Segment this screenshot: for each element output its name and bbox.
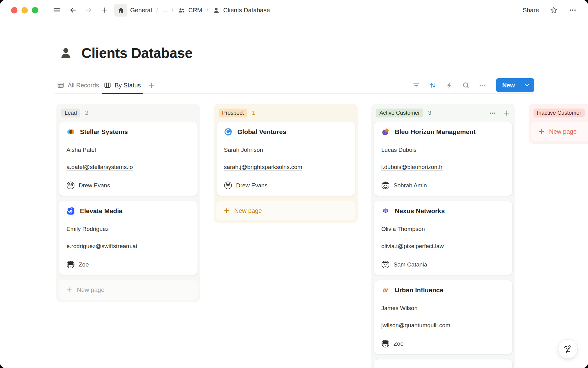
- person-icon: [213, 6, 220, 14]
- column-add-icon[interactable]: [502, 109, 510, 117]
- new-tab-icon[interactable]: [98, 4, 111, 17]
- breadcrumb-item-clients-database[interactable]: Clients Database: [213, 6, 270, 14]
- card-partial[interactable]: [374, 359, 513, 368]
- column-count: 2: [85, 110, 88, 116]
- email-link[interactable]: l.dubois@bleuhorizon.fr: [381, 164, 443, 170]
- new-page-button[interactable]: New page: [531, 122, 588, 141]
- owner-name: Sohrab Amin: [394, 182, 427, 189]
- forward-icon[interactable]: [82, 4, 95, 17]
- woman-long-hair-avatar: [381, 339, 390, 348]
- sort-icon[interactable]: [429, 81, 437, 90]
- people-icon: [178, 6, 185, 14]
- search-icon[interactable]: [462, 81, 470, 90]
- owner-row: Drew Evans: [224, 181, 348, 190]
- view-tabs-bar: All Records By Status New: [55, 77, 534, 94]
- card-global-ventures[interactable]: Global Ventures Sarah Johnson sarah.j@br…: [216, 122, 355, 196]
- back-icon[interactable]: [66, 4, 79, 17]
- contact-name: Lucas Dubois: [381, 147, 505, 153]
- orange-stripes-logo: [381, 286, 390, 294]
- column-count: 1: [252, 110, 255, 116]
- contact-name: Sarah Johnson: [224, 147, 348, 153]
- woman-long-hair-avatar: [66, 260, 75, 269]
- tab-all-records[interactable]: All Records: [55, 77, 101, 93]
- contact-name: James Wilson: [381, 305, 505, 312]
- blue-spiral-logo: [66, 207, 75, 215]
- column-inactive-customer: Inactive Customer New page: [529, 104, 588, 144]
- breadcrumb-separator: [172, 7, 173, 14]
- status-badge[interactable]: Lead: [61, 109, 80, 117]
- board-icon: [104, 82, 111, 89]
- assistant-face-button[interactable]: [558, 339, 578, 359]
- bolt-icon[interactable]: [445, 81, 454, 90]
- email-link[interactable]: olivia.t@pixelperfect.law: [381, 243, 444, 249]
- plus-icon: [538, 128, 545, 135]
- more-options-icon[interactable]: [568, 6, 577, 14]
- breadcrumb-item-general[interactable]: General: [130, 7, 152, 14]
- tab-by-status[interactable]: By Status: [101, 77, 143, 93]
- card-urban-influence[interactable]: Urban Influence James Wilson jwilson@qua…: [374, 280, 513, 354]
- email-link[interactable]: e.rodriguez@swiftstream.ai: [66, 243, 137, 249]
- contact-email: olivia.t@pixelperfect.law: [381, 242, 505, 251]
- column-lead: Lead 2 Stellar Systems Aisha Patel a.pat…: [56, 104, 200, 302]
- expand-window-button[interactable]: [32, 7, 38, 13]
- chevron-down-icon[interactable]: [520, 82, 534, 89]
- owner-name: Sam Catania: [394, 261, 427, 268]
- man-glasses-avatar: [224, 181, 232, 190]
- column-count: 3: [428, 110, 431, 116]
- contact-email: sarah.j@brightsparksolns.com: [224, 163, 348, 171]
- card-nexus-networks[interactable]: Nexus Networks Olivia Thompson olivia.t@…: [374, 201, 513, 275]
- contact-name: Olivia Thompson: [381, 226, 505, 232]
- favorite-star-icon[interactable]: [549, 6, 558, 14]
- breadcrumb-separator: [207, 7, 209, 14]
- view-more-icon[interactable]: [478, 81, 487, 90]
- contact-email: a.patel@stellarsystems.io: [66, 163, 190, 171]
- card-bleu-horizon-management[interactable]: Bleu Horizon Management Lucas Dubois l.d…: [374, 122, 513, 196]
- home-icon[interactable]: [114, 4, 127, 17]
- new-page-button[interactable]: New page: [59, 280, 198, 300]
- owner-name: Zoe: [394, 340, 404, 347]
- email-link[interactable]: jwilson@quantumquill.com: [381, 322, 450, 328]
- window-controls: [11, 7, 38, 13]
- plus-icon: [223, 207, 230, 214]
- face-icon: [562, 343, 574, 355]
- contact-name: Aisha Patel: [66, 147, 190, 153]
- app-window: General ... CRM Clients Database Share C…: [0, 0, 588, 368]
- column-prospect: Prospect 1 Global Ventures Sarah Johnson…: [214, 104, 358, 223]
- owner-name: Drew Evans: [236, 182, 267, 189]
- status-badge[interactable]: Prospect: [219, 109, 247, 117]
- owner-row: Zoe: [381, 339, 505, 348]
- page-person-icon[interactable]: [58, 45, 74, 61]
- owner-name: Zoe: [79, 261, 89, 268]
- column-header: Active Customer 3: [374, 106, 513, 122]
- add-view-icon[interactable]: [148, 81, 156, 89]
- man-beard-avatar: [381, 181, 390, 190]
- card-elevate-media[interactable]: Elevate Media Emily Rodriguez e.rodrigue…: [59, 201, 198, 275]
- nav-controls: [51, 4, 127, 17]
- column-header: Lead 2: [59, 106, 198, 122]
- owner-row: Sohrab Amin: [381, 181, 505, 190]
- breadcrumb-item-ellipsis[interactable]: ...: [162, 7, 168, 14]
- kanban-board: Lead 2 Stellar Systems Aisha Patel a.pat…: [56, 104, 588, 368]
- share-button[interactable]: Share: [523, 7, 539, 14]
- email-link[interactable]: sarah.j@brightsparksolns.com: [224, 164, 302, 170]
- owner-row: Drew Evans: [66, 181, 190, 190]
- contact-email: e.rodriguez@swiftstream.ai: [66, 242, 190, 251]
- plus-icon: [66, 286, 73, 293]
- new-record-button[interactable]: New: [496, 78, 534, 92]
- new-page-button[interactable]: New page: [216, 201, 355, 220]
- menu-icon[interactable]: [51, 4, 63, 17]
- breadcrumb-item-crm[interactable]: CRM: [178, 6, 202, 14]
- breadcrumb: General ... CRM Clients Database: [130, 6, 270, 14]
- email-link[interactable]: a.patel@stellarsystems.io: [66, 164, 133, 170]
- owner-row: Sam Catania: [381, 260, 505, 269]
- close-window-button[interactable]: [11, 7, 17, 13]
- column-more-icon[interactable]: [489, 109, 496, 117]
- owner-name: Drew Evans: [79, 182, 110, 189]
- filter-icon[interactable]: [412, 81, 420, 90]
- minimize-window-button[interactable]: [21, 7, 28, 13]
- status-badge[interactable]: Inactive Customer: [533, 109, 585, 117]
- blue-circle-swoosh-logo: [224, 128, 232, 136]
- status-badge[interactable]: Active Customer: [376, 109, 423, 117]
- contact-name: Emily Rodriguez: [66, 226, 190, 232]
- card-stellar-systems[interactable]: Stellar Systems Aisha Patel a.patel@stel…: [59, 122, 198, 196]
